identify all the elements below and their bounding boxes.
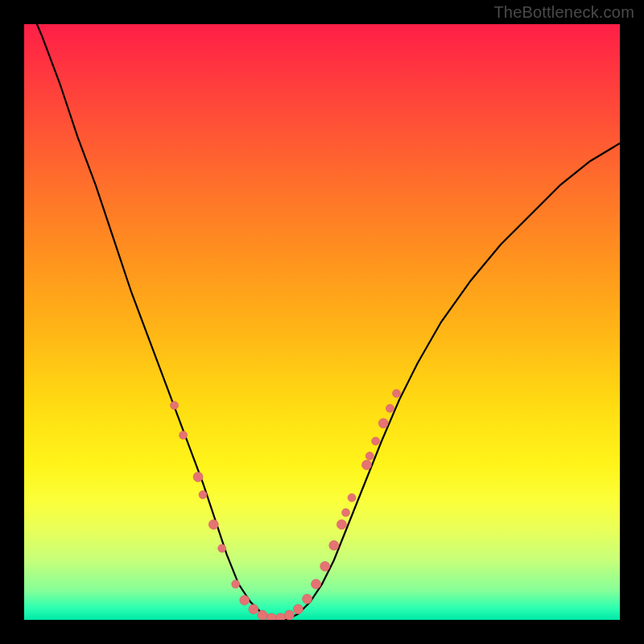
data-marker [378, 419, 388, 428]
data-marker [348, 493, 356, 502]
data-marker [372, 437, 380, 445]
data-marker [303, 594, 312, 604]
data-marker [193, 472, 203, 481]
data-marker [362, 460, 372, 470]
data-marker [180, 431, 188, 440]
curve-layer [24, 24, 620, 620]
chart-container: TheBottleneck.com [0, 0, 644, 644]
data-marker [393, 390, 401, 398]
data-marker [266, 613, 276, 620]
bottleneck-curve [24, 24, 620, 620]
data-markers [171, 390, 401, 620]
data-marker [249, 605, 258, 614]
data-marker [336, 520, 346, 530]
watermark-text: TheBottleneck.com [493, 3, 634, 22]
data-marker [208, 520, 218, 530]
data-marker [284, 610, 294, 620]
data-marker [199, 491, 207, 499]
data-marker [232, 580, 240, 588]
data-marker [293, 605, 303, 614]
data-marker [320, 561, 330, 571]
data-marker [365, 452, 374, 460]
data-marker [386, 404, 394, 412]
data-marker [275, 613, 285, 620]
data-marker [342, 509, 350, 517]
data-marker [171, 402, 179, 410]
data-marker [218, 544, 226, 552]
data-marker [240, 596, 250, 605]
data-marker [312, 580, 321, 589]
plot-area [24, 24, 620, 620]
data-marker [329, 541, 339, 551]
data-marker [258, 610, 267, 620]
